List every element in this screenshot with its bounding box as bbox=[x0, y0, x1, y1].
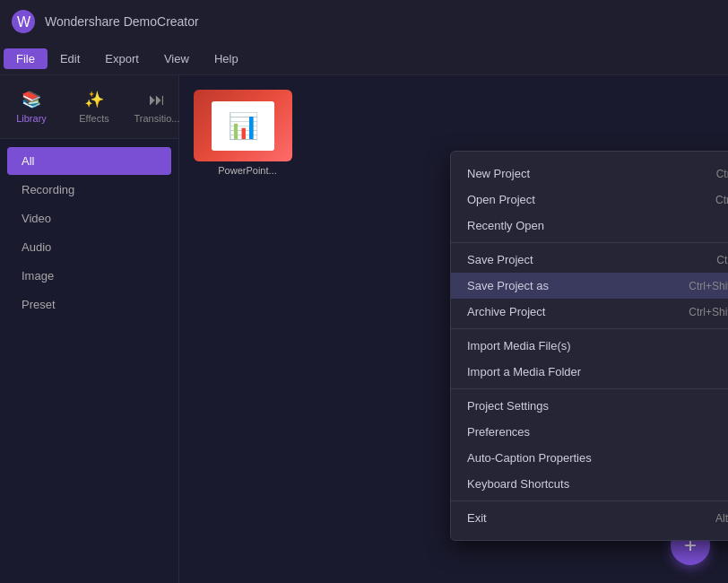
project-settings-label: Project Settings bbox=[467, 399, 549, 413]
archive-project-label: Archive Project bbox=[467, 305, 545, 318]
menu-bar: File Edit Export View Help bbox=[0, 43, 728, 75]
save-project-label: Save Project bbox=[467, 253, 533, 266]
file-menu-new-project[interactable]: New Project Ctrl+N bbox=[451, 161, 728, 187]
media-thumb-inner: 📊 bbox=[212, 101, 274, 151]
file-menu-archive-project[interactable]: Archive Project Ctrl+Shift+A bbox=[451, 299, 728, 325]
sidebar-item-image[interactable]: Image bbox=[7, 262, 171, 290]
file-menu-import-media[interactable]: Import Media File(s) bbox=[451, 333, 728, 359]
tab-effects[interactable]: ✨ Effects bbox=[63, 84, 126, 129]
sidebar-item-recording[interactable]: Recording bbox=[7, 176, 171, 204]
library-icon: 📚 bbox=[22, 90, 41, 109]
title-bar: W Wondershare DemoCreator bbox=[0, 0, 728, 43]
main-layout: 📚 Library ✨ Effects ⏭ Transitio... 🏪 SFX… bbox=[0, 75, 728, 583]
file-menu-group-2: Save Project Ctrl+S Save Project as Ctrl… bbox=[451, 243, 728, 329]
archive-project-shortcut: Ctrl+Shift+A bbox=[689, 306, 728, 318]
tab-bar: 📚 Library ✨ Effects ⏭ Transitio... 🏪 SFX… bbox=[0, 75, 178, 139]
file-menu-group-5: Exit Alt+F4 bbox=[451, 501, 728, 535]
sidebar-item-video[interactable]: Video bbox=[7, 204, 171, 232]
file-menu-keyboard-shortcuts[interactable]: Keyboard Shortcuts bbox=[451, 471, 728, 497]
exit-label: Exit bbox=[467, 511, 487, 525]
app-logo-icon: W bbox=[11, 9, 36, 34]
content-area: 📊 PowerPoint... + New Project Ctrl+N Ope… bbox=[179, 75, 728, 583]
file-menu-exit[interactable]: Exit Alt+F4 bbox=[451, 505, 728, 531]
menu-file[interactable]: File bbox=[4, 48, 48, 69]
powerpoint-icon: 📊 bbox=[228, 111, 259, 141]
save-project-shortcut: Ctrl+S bbox=[716, 254, 728, 266]
file-menu-save-project[interactable]: Save Project Ctrl+S bbox=[451, 247, 728, 273]
new-project-label: New Project bbox=[467, 167, 530, 180]
auto-caption-label: Auto-Caption Properties bbox=[467, 451, 592, 465]
file-menu-auto-caption[interactable]: Auto-Caption Properties bbox=[451, 445, 728, 471]
exit-shortcut: Alt+F4 bbox=[715, 512, 728, 525]
sidebar-item-audio[interactable]: Audio bbox=[7, 233, 171, 261]
import-folder-label: Import a Media Folder bbox=[467, 365, 581, 379]
file-menu-group-4: Project Settings Preferences Auto-Captio… bbox=[451, 389, 728, 501]
media-card-powerpoint[interactable]: 📊 PowerPoint... bbox=[194, 90, 301, 176]
tab-effects-label: Effects bbox=[79, 113, 108, 124]
app-title: Wondershare DemoCreator bbox=[45, 14, 717, 29]
keyboard-shortcuts-label: Keyboard Shortcuts bbox=[467, 477, 569, 491]
file-dropdown-menu: New Project Ctrl+N Open Project Ctrl+O R… bbox=[450, 151, 728, 541]
tab-library[interactable]: 📚 Library bbox=[0, 84, 63, 129]
file-menu-import-folder[interactable]: Import a Media Folder bbox=[451, 359, 728, 385]
import-media-label: Import Media File(s) bbox=[467, 339, 571, 352]
effects-icon: ✨ bbox=[84, 90, 104, 109]
sidebar-nav: All Recording Video Audio Image Preset bbox=[0, 139, 178, 326]
preferences-label: Preferences bbox=[467, 425, 530, 439]
menu-edit[interactable]: Edit bbox=[48, 48, 92, 69]
open-project-label: Open Project bbox=[467, 193, 535, 206]
sidebar: 📚 Library ✨ Effects ⏭ Transitio... 🏪 SFX… bbox=[0, 75, 179, 583]
save-project-as-shortcut: Ctrl+Shift+S bbox=[689, 280, 728, 292]
tab-transitions-label: Transitio... bbox=[134, 113, 180, 124]
tab-library-label: Library bbox=[16, 113, 47, 124]
transitions-icon: ⏭ bbox=[149, 91, 165, 109]
svg-text:W: W bbox=[17, 14, 31, 30]
file-menu-group-3: Import Media File(s) Import a Media Fold… bbox=[451, 329, 728, 389]
open-project-shortcut: Ctrl+O bbox=[715, 194, 728, 206]
new-project-shortcut: Ctrl+N bbox=[716, 168, 728, 180]
save-project-as-label: Save Project as bbox=[467, 279, 549, 292]
file-menu-open-project[interactable]: Open Project Ctrl+O bbox=[451, 187, 728, 213]
file-menu-save-project-as[interactable]: Save Project as Ctrl+Shift+S bbox=[451, 273, 728, 299]
media-thumbnail: 📊 bbox=[194, 90, 292, 161]
file-menu-project-settings[interactable]: Project Settings bbox=[451, 393, 728, 419]
sidebar-item-preset[interactable]: Preset bbox=[7, 291, 171, 318]
menu-view[interactable]: View bbox=[152, 48, 202, 69]
recently-open-label: Recently Open bbox=[467, 219, 544, 232]
menu-export[interactable]: Export bbox=[92, 48, 152, 69]
menu-help[interactable]: Help bbox=[202, 48, 251, 69]
file-menu-preferences[interactable]: Preferences bbox=[451, 419, 728, 445]
media-item-label: PowerPoint... bbox=[194, 165, 301, 176]
file-menu-recently-open[interactable]: Recently Open ▶ bbox=[451, 213, 728, 239]
sidebar-item-all[interactable]: All bbox=[7, 147, 171, 175]
file-menu-group-1: New Project Ctrl+N Open Project Ctrl+O R… bbox=[451, 157, 728, 243]
